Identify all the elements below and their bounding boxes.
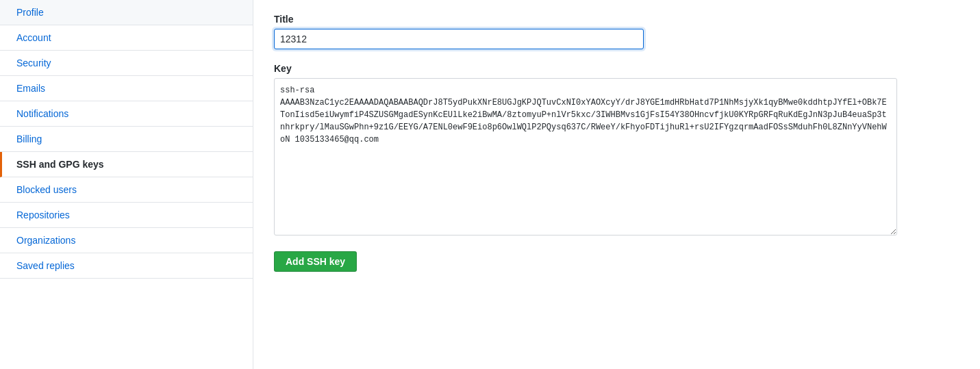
title-label: Title [274, 14, 959, 25]
main-content: Title Key ssh-rsa AAAAB3NzaC1yc2EAAAADAQ… [253, 0, 980, 369]
sidebar-item-repositories[interactable]: Repositories [0, 203, 253, 228]
sidebar-item-security[interactable]: Security [0, 51, 253, 76]
key-textarea[interactable]: ssh-rsa AAAAB3NzaC1yc2EAAAADAQABAABAQDrJ… [274, 78, 897, 236]
sidebar-item-account[interactable]: Account [0, 25, 253, 51]
sidebar-item-profile[interactable]: Profile [0, 0, 253, 25]
key-label: Key [274, 63, 959, 74]
title-group: Title [274, 14, 959, 49]
title-input[interactable] [274, 29, 644, 49]
sidebar-item-notifications[interactable]: Notifications [0, 101, 253, 127]
add-ssh-key-button[interactable]: Add SSH key [274, 251, 357, 272]
sidebar: Profile Account Security Emails Notifica… [0, 0, 253, 369]
sidebar-item-emails[interactable]: Emails [0, 76, 253, 101]
key-group: Key ssh-rsa AAAAB3NzaC1yc2EAAAADAQABAABA… [274, 63, 959, 238]
sidebar-item-ssh-gpg[interactable]: SSH and GPG keys [0, 152, 253, 177]
submit-group: Add SSH key [274, 251, 959, 272]
sidebar-item-saved-replies[interactable]: Saved replies [0, 253, 253, 279]
sidebar-item-organizations[interactable]: Organizations [0, 228, 253, 253]
page-layout: Profile Account Security Emails Notifica… [0, 0, 980, 369]
sidebar-item-billing[interactable]: Billing [0, 127, 253, 152]
sidebar-item-blocked[interactable]: Blocked users [0, 177, 253, 203]
